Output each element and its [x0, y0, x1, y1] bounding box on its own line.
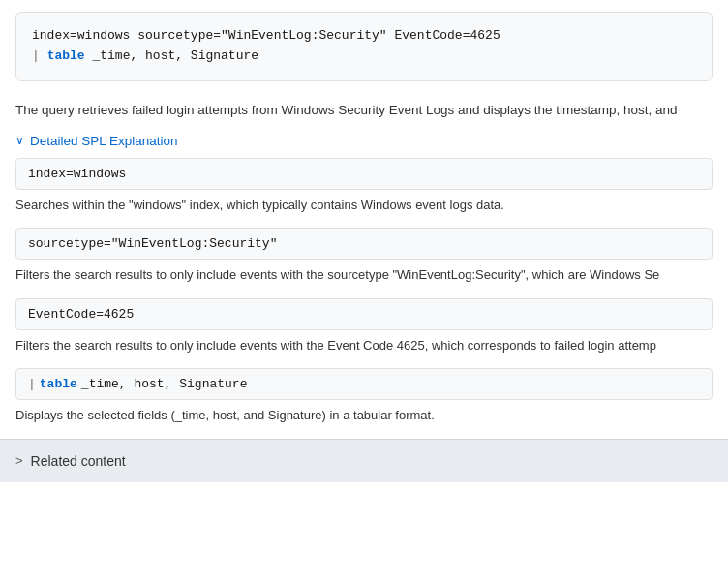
main-description: The query retrieves failed login attempt… — [0, 93, 728, 130]
table-keyword: table — [47, 48, 85, 63]
snippet-index-windows: index=windows — [15, 158, 713, 190]
code-line-1: index=windows sourcetype="WinEventLog:Se… — [32, 26, 696, 46]
spl-explanation-block: index=windows Searches within the "windo… — [0, 158, 728, 425]
snippet-sourcetype: sourcetype="WinEventLog:Security" — [15, 228, 713, 260]
spl-explanation-toggle[interactable]: ∨ Detailed SPL Explanation — [0, 130, 728, 158]
pipe-symbol: | — [28, 377, 36, 391]
pipe-char: | — [32, 48, 40, 63]
related-content-label: Related content — [31, 453, 126, 469]
chevron-right-icon: > — [15, 453, 23, 468]
code-line-2: | table _time, host, Signature — [32, 46, 696, 67]
related-content-section[interactable]: > Related content — [0, 439, 728, 482]
table-keyword-snippet: table — [40, 377, 77, 391]
desc-eventcode: Filters the search results to only inclu… — [15, 336, 713, 355]
snippet-eventcode: EventCode=4625 — [15, 298, 713, 330]
desc-table: Displays the selected fields (_time, hos… — [15, 406, 713, 425]
chevron-down-icon: ∨ — [15, 134, 24, 147]
main-code-block: index=windows sourcetype="WinEventLog:Se… — [15, 12, 713, 81]
table-fields: _time, host, Signature — [81, 377, 248, 391]
snippet-table: | table _time, host, Signature — [15, 368, 713, 400]
desc-index-windows: Searches within the "windows" index, whi… — [15, 196, 713, 215]
code-rest: _time, host, Signature — [85, 48, 258, 63]
desc-sourcetype: Filters the search results to only inclu… — [15, 265, 713, 285]
spl-toggle-label: Detailed SPL Explanation — [30, 134, 178, 148]
